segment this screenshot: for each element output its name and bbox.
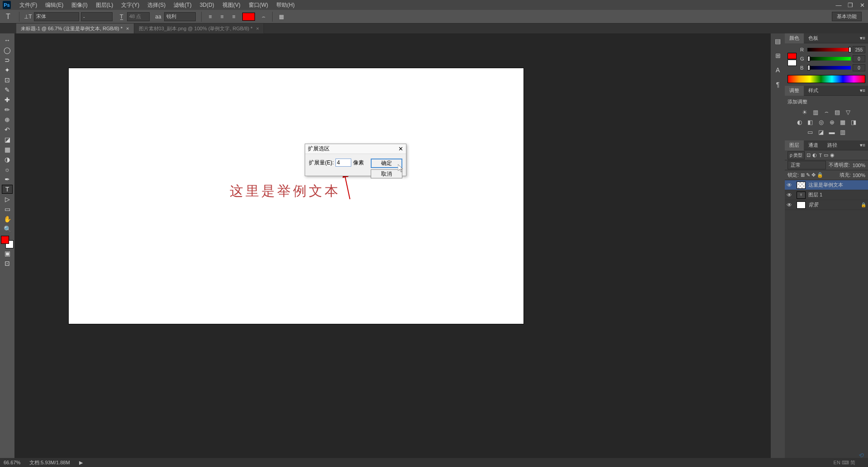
align-left-button[interactable]: ≡ (205, 12, 215, 22)
align-center-button[interactable]: ≡ (217, 12, 227, 22)
path-select-tool[interactable]: ▷ (2, 195, 13, 204)
photo-filter-icon[interactable]: ◎ (817, 118, 825, 126)
document-tab-1[interactable]: 未标题-1 @ 66.7% (这里是举例文本, RGB/8) * × (16, 23, 134, 33)
b-slider[interactable] (807, 66, 851, 70)
foreground-color[interactable] (1, 236, 9, 244)
tab-color[interactable]: 颜色 (785, 33, 804, 43)
history-panel-icon[interactable]: ▤ (773, 36, 783, 46)
gradient-tool[interactable]: ▦ (2, 145, 13, 154)
panel-menu-icon[interactable]: ▾≡ (857, 35, 868, 41)
g-value[interactable]: 0 (853, 55, 865, 62)
minimize-button[interactable]: — (833, 0, 844, 9)
move-tool[interactable]: ↔ (2, 36, 13, 45)
document-tab-2[interactable]: 图片素材03_副本.png @ 100% (举例文字, RGB/8) * × (134, 23, 264, 33)
font-style-dropdown[interactable]: - (81, 12, 113, 21)
color-lookup-icon[interactable]: ▦ (839, 118, 847, 126)
scroll-arrow-icon[interactable]: ▶ (79, 460, 83, 466)
workspace-switcher[interactable]: 基本功能 (832, 12, 862, 21)
font-size-input[interactable]: 48 点 (127, 12, 150, 21)
r-value[interactable]: 255 (853, 46, 865, 53)
ime-indicator[interactable]: EN ⌨ 简 (834, 459, 855, 466)
layer-name[interactable]: 这里是举例文本 (808, 182, 843, 188)
history-brush-tool[interactable]: ↶ (2, 125, 13, 134)
posterize-icon[interactable]: ▭ (806, 128, 814, 136)
visibility-icon[interactable]: 👁 (787, 202, 794, 208)
bg-mini-swatch[interactable] (788, 60, 797, 66)
menu-window[interactable]: 窗口(W) (245, 0, 272, 10)
hue-icon[interactable]: ◐ (795, 118, 803, 126)
layer-name[interactable]: 背景 (808, 201, 818, 208)
marquee-tool[interactable]: ◯ (2, 46, 13, 55)
crop-tool[interactable]: ⊡ (2, 75, 13, 84)
dialog-titlebar[interactable]: 扩展选区 ✕ (305, 144, 406, 154)
pen-tool[interactable]: ✒ (2, 175, 13, 184)
bw-icon[interactable]: ◧ (806, 118, 814, 126)
maximize-button[interactable]: ❐ (845, 0, 856, 9)
character-panel-icon[interactable]: A (773, 65, 783, 75)
exposure-icon[interactable]: ▨ (833, 108, 841, 116)
filter-type-dropdown[interactable]: ρ 类型 (788, 151, 805, 159)
lasso-tool[interactable]: ⊃ (2, 56, 13, 65)
document-info[interactable]: 文档:5.93M/1.88M (29, 459, 70, 466)
selective-color-icon[interactable]: ▥ (839, 128, 847, 136)
layer-thumbnail[interactable]: T (797, 191, 806, 199)
color-ramp[interactable] (788, 75, 865, 83)
layer-name[interactable]: 图层 1 (808, 191, 822, 198)
fg-mini-swatch[interactable] (788, 53, 797, 59)
magic-wand-tool[interactable]: ✦ (2, 65, 13, 75)
zoom-tool[interactable]: 🔍 (2, 224, 13, 234)
tab-paths[interactable]: 路径 (823, 140, 842, 150)
layer-thumbnail[interactable] (797, 182, 806, 189)
layer-thumbnail[interactable] (797, 201, 806, 209)
tab-swatches[interactable]: 色板 (804, 33, 823, 43)
dialog-close-icon[interactable]: ✕ (398, 145, 403, 152)
menu-layer[interactable]: 图层(L) (92, 0, 118, 10)
shape-tool[interactable]: ▭ (2, 205, 13, 214)
menu-image[interactable]: 图像(I) (67, 0, 91, 10)
close-button[interactable]: ✕ (857, 0, 868, 9)
canvas-document[interactable]: 这里是举例文本 (69, 68, 524, 324)
brush-tool[interactable]: ✏ (2, 105, 13, 114)
opacity-value[interactable]: 100% (853, 163, 865, 168)
g-slider[interactable] (807, 57, 851, 61)
tab-channels[interactable]: 通道 (804, 140, 823, 150)
gradient-map-icon[interactable]: ▬ (828, 128, 836, 136)
invert-icon[interactable]: ◨ (849, 118, 858, 126)
brightness-icon[interactable]: ☀ (801, 108, 809, 116)
character-panel-button[interactable]: ▦ (276, 12, 286, 22)
blur-tool[interactable]: ◑ (2, 155, 13, 164)
vibrance-icon[interactable]: ▽ (844, 108, 852, 116)
tab-layers[interactable]: 图层 (785, 140, 804, 150)
close-icon[interactable]: × (126, 26, 129, 31)
paragraph-panel-icon[interactable]: ¶ (773, 79, 783, 89)
healing-brush-tool[interactable]: ✚ (2, 95, 13, 104)
zoom-level[interactable]: 66.67% (4, 460, 20, 465)
type-tool[interactable]: T (2, 185, 13, 194)
channel-mixer-icon[interactable]: ⊕ (828, 118, 836, 126)
clone-stamp-tool[interactable]: ⊕ (2, 115, 13, 124)
threshold-icon[interactable]: ◪ (817, 128, 825, 136)
color-swatches[interactable] (1, 236, 14, 248)
properties-panel-icon[interactable]: ⊞ (773, 51, 783, 61)
font-family-dropdown[interactable]: 宋体 (34, 12, 79, 21)
menu-select[interactable]: 选择(S) (143, 0, 170, 10)
panel-menu-icon[interactable]: ▾≡ (857, 142, 868, 148)
menu-3d[interactable]: 3D(D) (196, 0, 218, 10)
layer-row-text[interactable]: 👁 这里是举例文本 (785, 180, 868, 190)
hand-tool[interactable]: ✋ (2, 215, 13, 224)
dodge-tool[interactable]: ☼ (2, 165, 13, 174)
menu-help[interactable]: 帮助(H) (272, 0, 299, 10)
menu-file[interactable]: 文件(F) (15, 0, 41, 10)
layer-row-type[interactable]: 👁 T 图层 1 (785, 190, 868, 200)
eyedropper-tool[interactable]: ✎ (2, 85, 13, 94)
panel-menu-icon[interactable]: ▾≡ (857, 88, 868, 93)
close-icon[interactable]: × (256, 26, 259, 31)
visibility-icon[interactable]: 👁 (787, 192, 794, 198)
visibility-icon[interactable]: 👁 (787, 182, 794, 188)
curves-icon[interactable]: ⌢ (822, 108, 830, 116)
tab-styles[interactable]: 样式 (804, 86, 823, 96)
r-slider[interactable] (807, 48, 851, 51)
canvas-workspace[interactable]: 这里是举例文本 扩展选区 ✕ 扩展量(E): 像素 确定 取消 (14, 33, 770, 458)
fill-value[interactable]: 100% (853, 173, 865, 178)
screenmode-button[interactable]: ⊡ (2, 259, 13, 268)
